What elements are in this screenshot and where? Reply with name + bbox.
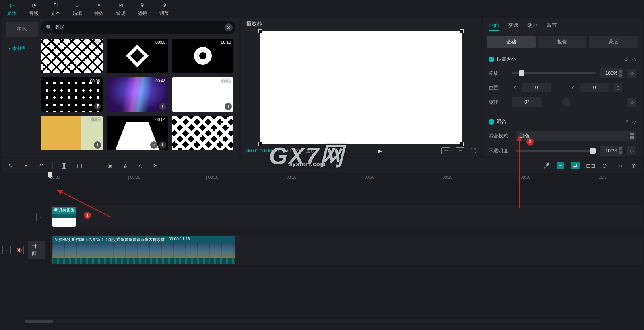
mic-icon[interactable]: 🎤 xyxy=(542,162,550,169)
row-blend-mode: 混合模式 滤色 xyxy=(483,128,642,143)
timeline-clip[interactable]: 4K几何图形 xyxy=(52,207,76,227)
subtab-cutout[interactable]: 抠像 xyxy=(538,36,587,48)
clear-icon[interactable]: ✕ xyxy=(225,23,233,31)
tab-picture[interactable]: 画面 xyxy=(489,21,499,31)
thumb-item[interactable]: 00:10 xyxy=(172,39,233,73)
download-icon[interactable]: ⬇ xyxy=(225,103,232,110)
search-input[interactable] xyxy=(54,25,222,31)
rotation-reset-icon[interactable]: · xyxy=(562,98,571,107)
inspector-tabs: 画面 变速 动画 调节 xyxy=(483,18,642,34)
playhead[interactable] xyxy=(50,173,50,326)
check-icon[interactable]: ✓ xyxy=(489,119,494,125)
check-icon[interactable]: ✓ xyxy=(489,57,494,62)
media-content: 🔍 ✕ 00:02 00:05 00:10 00:08⬇ 00:48⬇ 00:0… xyxy=(41,18,239,157)
nav-transition[interactable]: ⋈转场 xyxy=(116,1,126,17)
download-icon[interactable]: ⬇ xyxy=(94,103,101,110)
label-scale: 缩放 xyxy=(489,70,508,77)
thumb-item[interactable]: 00:48⬇ xyxy=(107,77,168,112)
effects-icon: ✦ xyxy=(95,1,103,9)
tab-animation[interactable]: 动画 xyxy=(527,21,538,31)
tab-adjust[interactable]: 调节 xyxy=(547,21,557,31)
magnet-icon[interactable]: ⎓ xyxy=(557,162,564,169)
compare-icon[interactable]: 〰 xyxy=(441,147,450,154)
keyframe-icon[interactable]: ◇ xyxy=(632,57,636,62)
player-stage[interactable] xyxy=(242,30,481,145)
thumb-grid[interactable]: 00:02 00:05 00:10 00:08⬇ 00:48⬇ 00:05⬇ 0… xyxy=(41,39,236,150)
thumb-item[interactable]: 00:02⬇ xyxy=(41,116,103,150)
undo-icon[interactable]: ↶ xyxy=(37,162,45,169)
zoom-in-icon[interactable]: ⊕ xyxy=(630,162,638,169)
quality-dropdown[interactable]: 画质 ▾ xyxy=(305,148,319,154)
position-x-input[interactable]: 0 xyxy=(522,83,551,92)
track-body[interactable]: 头拍视频 航拍城市风景街道道路交通夜景夜景都市夜大桥素材00:00:11:23 xyxy=(50,235,642,265)
reverse-icon[interactable]: ◭ xyxy=(121,162,129,169)
align-icon[interactable]: ⊏⊐ xyxy=(586,162,594,169)
keyframe-icon[interactable]: ◇ xyxy=(632,119,636,125)
linkage-icon[interactable]: ⇄ xyxy=(571,162,580,169)
row-scale: 缩放 100% ◇ xyxy=(483,66,642,80)
download-icon[interactable]: ⬇ xyxy=(159,141,166,149)
track-lock-icon[interactable]: ▫ xyxy=(2,246,11,254)
thumb-item[interactable]: 00:05⬇ xyxy=(172,77,233,112)
thumb-item[interactable]: 00:04☆⬇ xyxy=(107,116,168,150)
chevron-down-icon[interactable]: ▾ xyxy=(22,164,30,168)
search-bar[interactable]: 🔍 ✕ xyxy=(41,21,236,34)
zoom-out-icon[interactable]: ⊖ xyxy=(601,162,609,169)
keyframe-icon[interactable]: ◇ xyxy=(627,98,636,107)
keyframe-icon[interactable]: ◇ xyxy=(627,69,636,78)
scrollbar-thumb[interactable] xyxy=(25,320,53,323)
keyframe-icon[interactable]: ◇ xyxy=(613,83,622,92)
track-mute-icon[interactable]: 🔇 xyxy=(15,246,23,254)
thumb-item[interactable]: 00:02 xyxy=(172,116,233,150)
subtab-basic[interactable]: 基础 xyxy=(487,36,536,48)
nav-audio[interactable]: ◔音频 xyxy=(29,1,39,17)
nav-adjust[interactable]: ⚙调节 xyxy=(159,1,169,17)
reset-icon[interactable]: ↺ xyxy=(624,119,628,125)
cursor-icon[interactable]: ↖ xyxy=(6,162,14,169)
transition-icon: ⋈ xyxy=(117,1,125,9)
split-icon[interactable]: ][ xyxy=(60,162,68,169)
keyframe-icon[interactable]: ◇ xyxy=(627,146,636,155)
timeline-clip[interactable]: 头拍视频 航拍城市风景街道道路交通夜景夜景都市夜大桥素材00:00:11:23 xyxy=(52,236,235,264)
loop-icon[interactable]: ◇ xyxy=(136,162,144,169)
blend-mode-select[interactable]: 滤色 xyxy=(516,131,636,141)
cover-button[interactable]: 封面 xyxy=(28,241,45,259)
position-y-input[interactable]: 0 xyxy=(580,83,609,92)
opacity-slider[interactable] xyxy=(516,150,596,152)
rotation-input[interactable]: 0° xyxy=(512,97,542,107)
scale-slider[interactable] xyxy=(512,72,596,74)
scale-value[interactable]: 100% xyxy=(600,68,623,78)
player-panel: 播放器 00:00:00:00 00:00:11:23 画质 ▾ ▶ 〰 ▭ ⛶ xyxy=(242,18,481,157)
zoom-slider-icon[interactable]: ─○─ xyxy=(615,162,623,169)
record-icon[interactable]: ◉ xyxy=(106,162,114,169)
reset-icon[interactable]: ↺ xyxy=(624,57,628,62)
track-body[interactable]: 4K几何图形 xyxy=(50,205,642,229)
crop2-icon[interactable]: ✂ xyxy=(152,162,160,169)
time-ruler[interactable]: 00:00 | 00:05 | 00:10 | 00:15 | 00:20 | … xyxy=(50,173,642,182)
tab-speed[interactable]: 变速 xyxy=(508,21,518,31)
subtab-mask[interactable]: 蒙版 xyxy=(589,36,638,48)
thumb-item[interactable]: 00:08⬇ xyxy=(41,77,103,112)
nav-sticker[interactable]: ☺贴纸 xyxy=(72,1,82,17)
player-title: 播放器 xyxy=(242,18,481,30)
favorite-icon[interactable]: ☆ xyxy=(150,141,157,149)
track-visibility-icon[interactable]: ▫ xyxy=(36,213,45,221)
timeline-scrollbar[interactable] xyxy=(24,319,600,323)
fullscreen-icon[interactable]: ⛶ xyxy=(470,148,476,154)
nav-effects[interactable]: ✦特效 xyxy=(94,1,104,17)
canvas[interactable] xyxy=(260,31,462,144)
tab-library[interactable]: 素材库 xyxy=(6,41,38,55)
nav-text[interactable]: TI文本 xyxy=(51,1,60,17)
crop-icon[interactable]: ◫ xyxy=(91,162,99,169)
tab-local[interactable]: 本地 xyxy=(6,22,38,37)
ratio-icon[interactable]: ▭ xyxy=(456,147,464,154)
download-icon[interactable]: ⬇ xyxy=(159,103,166,110)
download-icon[interactable]: ⬇ xyxy=(94,141,101,149)
play-button[interactable]: ▶ xyxy=(378,148,382,154)
thumb-item[interactable]: 00:02 xyxy=(41,39,103,73)
nav-media[interactable]: ▷媒体 xyxy=(7,1,17,17)
thumb-item[interactable]: 00:05 xyxy=(107,39,168,73)
delete-icon[interactable]: ▢ xyxy=(75,162,83,169)
opacity-value[interactable]: 100% xyxy=(600,146,623,156)
nav-filter[interactable]: ᘐ滤镜 xyxy=(138,1,147,17)
